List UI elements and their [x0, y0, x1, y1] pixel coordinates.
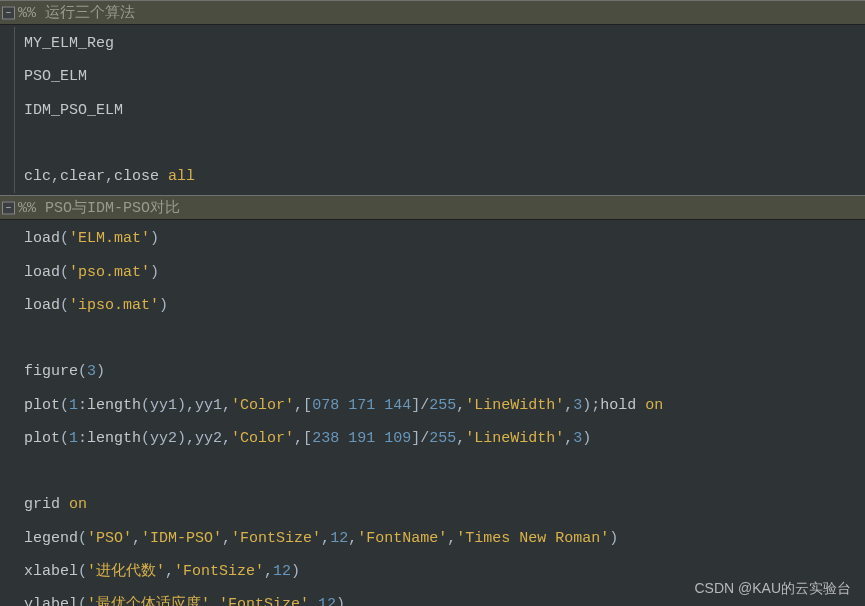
code-token: , [309, 596, 318, 606]
code-line[interactable]: plot(1:length(yy1),yy1,'Color',[078 171 … [6, 389, 865, 422]
code-token: on [645, 397, 663, 414]
code-editor[interactable]: − %% 运行三个算法 MY_ELM_RegPSO_ELMIDM_PSO_ELM… [0, 0, 865, 606]
code-line[interactable]: xlabel('进化代数','FontSize',12) [6, 555, 865, 588]
code-token: on [69, 496, 87, 513]
code-token: '最优个体适应度' [87, 596, 210, 606]
code-token: 'Color' [231, 397, 294, 414]
section-body-2[interactable]: load('ELM.mat')load('pso.mat')load('ipso… [0, 220, 865, 606]
fold-icon[interactable]: − [2, 6, 15, 19]
code-line[interactable]: clc,clear,close all [14, 160, 865, 193]
code-token: ) [150, 230, 159, 247]
code-token: 'Color' [231, 430, 294, 447]
code-token: ) [609, 530, 618, 547]
code-line[interactable]: IDM_PSO_ELM [14, 94, 865, 127]
code-token: close [114, 168, 168, 185]
fold-icon[interactable]: − [2, 201, 15, 214]
code-token: 'IDM-PSO' [141, 530, 222, 547]
code-token: load [24, 230, 60, 247]
code-token: length [87, 397, 141, 414]
code-token: 255 [429, 397, 456, 414]
code-token: (yy1),yy1, [141, 397, 231, 414]
code-token: , [51, 168, 60, 185]
code-section-2: − %% PSO与IDM-PSO对比 load('ELM.mat')load('… [0, 195, 865, 606]
code-token: ( [78, 530, 87, 547]
code-token: legend [24, 530, 78, 547]
code-token: , [348, 530, 357, 547]
code-line[interactable] [6, 455, 865, 488]
code-token: ) [291, 563, 300, 580]
code-token: , [210, 596, 219, 606]
code-token: ) [150, 264, 159, 281]
section-comment-text: 运行三个算法 [45, 5, 135, 22]
code-token: IDM_PSO_ELM [24, 102, 123, 119]
code-line[interactable]: ylabel('最优个体适应度','FontSize',12) [6, 588, 865, 606]
section-header-2[interactable]: − %% PSO与IDM-PSO对比 [0, 195, 865, 220]
code-token: load [24, 264, 60, 281]
code-token: ( [78, 363, 87, 380]
code-token: ( [60, 397, 69, 414]
section-body-1[interactable]: MY_ELM_RegPSO_ELMIDM_PSO_ELM clc,clear,c… [0, 25, 865, 195]
code-token: 1 [69, 397, 78, 414]
code-line[interactable]: figure(3) [6, 355, 865, 388]
code-token: ,[ [294, 397, 312, 414]
code-line[interactable]: plot(1:length(yy2),yy2,'Color',[238 191 … [6, 422, 865, 455]
code-token: MY_ELM_Reg [24, 35, 114, 52]
code-token: ( [78, 563, 87, 580]
code-token: ( [60, 264, 69, 281]
code-line[interactable]: legend('PSO','IDM-PSO','FontSize',12,'Fo… [6, 522, 865, 555]
code-line[interactable]: grid on [6, 488, 865, 521]
code-line[interactable] [14, 127, 865, 160]
section-comment-text: PSO与IDM-PSO对比 [45, 200, 180, 217]
code-token: 12 [330, 530, 348, 547]
code-token: 255 [429, 430, 456, 447]
code-token: , [456, 397, 465, 414]
code-token: ( [60, 230, 69, 247]
code-token: : [78, 430, 87, 447]
code-token: clc [24, 168, 51, 185]
code-token: , [165, 563, 174, 580]
code-token: 078 171 144 [312, 397, 411, 414]
code-token: 'FontName' [357, 530, 447, 547]
code-token: ]/ [411, 397, 429, 414]
code-token: 'FontSize' [231, 530, 321, 547]
code-token: 3 [573, 430, 582, 447]
code-token: 'ipso.mat' [69, 297, 159, 314]
section-comment-prefix: %% [18, 5, 45, 22]
code-token: 'Times New Roman' [456, 530, 609, 547]
code-token: ,[ [294, 430, 312, 447]
code-token: hold [600, 397, 645, 414]
code-line[interactable]: PSO_ELM [14, 60, 865, 93]
code-token: 3 [87, 363, 96, 380]
code-token: 'FontSize' [174, 563, 264, 580]
code-token: length [87, 430, 141, 447]
code-token: ( [60, 297, 69, 314]
code-token: , [264, 563, 273, 580]
code-line[interactable]: load('ELM.mat') [6, 222, 865, 255]
section-header-1[interactable]: − %% 运行三个算法 [0, 0, 865, 25]
code-token: all [168, 168, 195, 185]
code-token: , [564, 430, 573, 447]
code-token: , [564, 397, 573, 414]
code-token: ) [96, 363, 105, 380]
code-token: ]/ [411, 430, 429, 447]
code-token: ); [582, 397, 600, 414]
section-comment-prefix: %% [18, 200, 45, 217]
code-line[interactable]: load('ipso.mat') [6, 289, 865, 322]
code-token: figure [24, 363, 78, 380]
code-line[interactable]: load('pso.mat') [6, 256, 865, 289]
code-token: , [222, 530, 231, 547]
code-token: : [78, 397, 87, 414]
code-token: ( [60, 430, 69, 447]
code-token: ylabel [24, 596, 78, 606]
code-token: 1 [69, 430, 78, 447]
code-token: 'LineWidth' [465, 397, 564, 414]
code-line[interactable] [6, 322, 865, 355]
code-token: plot [24, 430, 60, 447]
code-token: 238 191 109 [312, 430, 411, 447]
code-line[interactable]: MY_ELM_Reg [14, 27, 865, 60]
code-token: '进化代数' [87, 563, 165, 580]
code-token: , [105, 168, 114, 185]
code-token: , [321, 530, 330, 547]
code-token: , [132, 530, 141, 547]
code-token: 'pso.mat' [69, 264, 150, 281]
